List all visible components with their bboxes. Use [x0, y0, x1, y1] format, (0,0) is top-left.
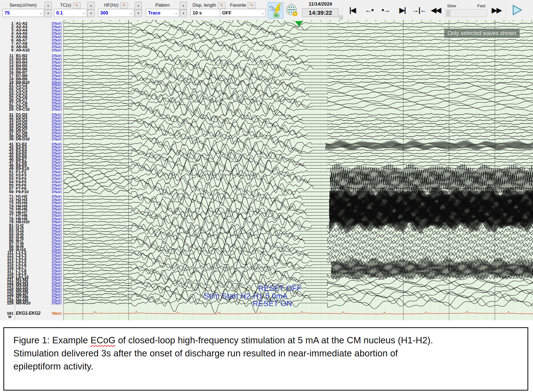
- field-tc-s: TC(s)✎0.1⌄: [54, 2, 87, 18]
- caption-ecog-term: ECoG: [90, 335, 116, 345]
- channel-number: 59: [0, 190, 13, 194]
- current-date: 11/14/2024: [302, 1, 338, 7]
- scale-bar: [61, 108, 62, 111]
- channel-row: 29C9-C10375uV: [0, 107, 63, 111]
- play-icon: [512, 4, 523, 16]
- channel-scale: 375uV: [51, 107, 62, 112]
- edit-pencil-icon[interactable]: ✎: [248, 2, 256, 9]
- spin-up-button[interactable]: ▲: [135, 2, 142, 9]
- datetime-block: 11/14/2024 14:39:22: [302, 1, 338, 17]
- eeg-trace-canvas[interactable]: [63, 20, 533, 320]
- go-to-event-button[interactable]: →|←: [412, 4, 426, 16]
- channel-label[interactable]: F9-F10: [16, 189, 28, 194]
- scale-bar: [61, 191, 62, 194]
- channel-number: 129: [0, 301, 13, 305]
- channel-label[interactable]: M9-M10: [16, 301, 30, 305]
- caption-line-2: Stimulation delivered 3s after the onset…: [13, 347, 527, 360]
- field-label-pattern: Pattern: [155, 3, 170, 8]
- caption-line-3: epileptiform activity.: [13, 360, 527, 373]
- current-time: 14:39:22: [302, 8, 338, 17]
- chevron-down-icon: ⌄: [128, 11, 134, 15]
- fast-forward-button[interactable]: ▶▶: [489, 4, 504, 16]
- spin-up-button[interactable]: ▲: [87, 2, 95, 9]
- edit-pencil-icon[interactable]: ✎: [73, 2, 81, 9]
- channel-row: 59F9-F10375uV: [0, 190, 63, 194]
- scale-bar: [61, 138, 62, 141]
- channel-row: 129M9-M10375uV: [0, 301, 63, 305]
- hf-hz-select[interactable]: 300⌄: [98, 9, 134, 17]
- field-favorite: Favorite✎OFF⌄: [220, 2, 266, 18]
- channel-scale: 375uV: [51, 137, 62, 142]
- caption-line-1: Figure 1: Example ECoG of closed-loop hi…: [13, 334, 527, 347]
- favorite-select[interactable]: OFF⌄: [220, 9, 266, 17]
- spin-down-button[interactable]: ▼: [45, 9, 52, 17]
- field-sens-uv-mm: Sens(uV/mm)75⌄: [2, 2, 44, 18]
- field-pattern: PatternTrace⌄: [146, 2, 179, 18]
- channel-label[interactable]: A9-A10: [16, 48, 30, 52]
- chevron-down-icon: ⌄: [81, 11, 87, 15]
- stim-annotation-0: RESET OFF: [258, 284, 302, 293]
- tc-s-value: 0.1: [54, 10, 81, 16]
- sens-uv-mm-select[interactable]: 75⌄: [2, 9, 44, 17]
- speed-slider-thumb[interactable]: [447, 10, 450, 16]
- toolbar: Sens(uV/mm)75⌄▲▼TC(s)✎0.1⌄▲▼HF(Hz)✎300⌄▲…: [0, 0, 533, 20]
- montage-map-icon: [285, 3, 299, 17]
- step-back-button[interactable]: ←•: [362, 4, 376, 16]
- chevron-down-icon: ⌄: [260, 11, 266, 15]
- scale-bar: [61, 49, 62, 52]
- fast-label: Fast: [477, 3, 485, 8]
- notch-filter-icon: 60: [269, 4, 282, 18]
- spin-up-button[interactable]: ▲: [180, 2, 187, 9]
- disp-length-value: 10 s: [191, 10, 222, 16]
- montage-map-button[interactable]: [285, 3, 299, 18]
- datetime-expander-button[interactable]: ▾: [339, 16, 343, 19]
- tc-s-spinner: ▲▼: [87, 2, 95, 18]
- channel-number: 29: [0, 107, 13, 111]
- notch-filter-60hz-button[interactable]: 60: [268, 2, 283, 19]
- speed-slider-track[interactable]: [445, 9, 487, 17]
- channel-row: 9A9-A10375uV: [0, 48, 63, 52]
- stim-event-marker[interactable]: [295, 21, 303, 26]
- channel-label[interactable]: C9-C10: [16, 107, 30, 111]
- stim-annotation-2: RESET ON: [253, 299, 292, 308]
- jump-to-start-button[interactable]: |◀: [345, 4, 360, 16]
- channel-label[interactable]: EKG1-EKG2: [16, 311, 40, 316]
- transport-controls: |◀←••→▶|→|←◀◀SlowFast▶▶: [345, 2, 526, 18]
- channel-label-panel: 1A1-A2375uV2A2-A3375uV3A3-A4375uV4A4-A53…: [0, 20, 63, 320]
- jump-to-end-button[interactable]: ▶|: [395, 4, 410, 16]
- scale-bar: [61, 302, 62, 305]
- pattern-spinner: ▲▼: [180, 2, 187, 18]
- channel-number: 9: [0, 48, 13, 52]
- spin-down-button[interactable]: ▼: [180, 9, 187, 17]
- scale-bar: [61, 312, 62, 315]
- field-label-favorite: Favorite: [230, 3, 246, 8]
- spin-down-button[interactable]: ▼: [135, 9, 142, 17]
- chevron-down-icon: ⌄: [38, 11, 44, 15]
- speed-slider: SlowFast: [445, 3, 487, 17]
- toolbar-separator: [342, 2, 342, 18]
- play-button[interactable]: [509, 3, 526, 17]
- edit-pencil-icon[interactable]: ✎: [120, 2, 128, 9]
- slow-label: Slow: [447, 3, 456, 8]
- figure-caption-box: Figure 1: Example ECoG of closed-loop hi…: [3, 327, 528, 391]
- step-forward-button[interactable]: •→: [379, 4, 393, 16]
- hf-hz-value: 300: [98, 10, 128, 16]
- chevron-down-icon: ⌄: [173, 11, 179, 15]
- ekg-montage-mark: M: [8, 315, 11, 319]
- selected-waves-note: Only selected waves shown: [444, 29, 520, 38]
- toolbar-separator: [506, 2, 506, 18]
- channel-scale: 750uV: [51, 311, 62, 316]
- channel-scale: 375uV: [51, 190, 62, 194]
- spin-up-button[interactable]: ▲: [45, 2, 52, 9]
- field-label-tc-s: TC(s): [60, 3, 71, 8]
- field-label-hf-hz: HF(Hz): [104, 3, 119, 8]
- pattern-select[interactable]: Trace⌄: [146, 9, 179, 17]
- spin-down-button[interactable]: ▼: [87, 9, 95, 17]
- sens-uv-mm-value: 75: [3, 10, 38, 16]
- channel-scale: 375uV: [51, 48, 62, 53]
- field-hf-hz: HF(Hz)✎300⌄: [98, 2, 134, 18]
- channel-label[interactable]: D9-D10: [16, 137, 30, 141]
- rewind-button[interactable]: ◀◀: [429, 4, 443, 16]
- eeg-review-application: Sens(uV/mm)75⌄▲▼TC(s)✎0.1⌄▲▼HF(Hz)✎300⌄▲…: [0, 0, 533, 392]
- tc-s-select[interactable]: 0.1⌄: [54, 9, 87, 17]
